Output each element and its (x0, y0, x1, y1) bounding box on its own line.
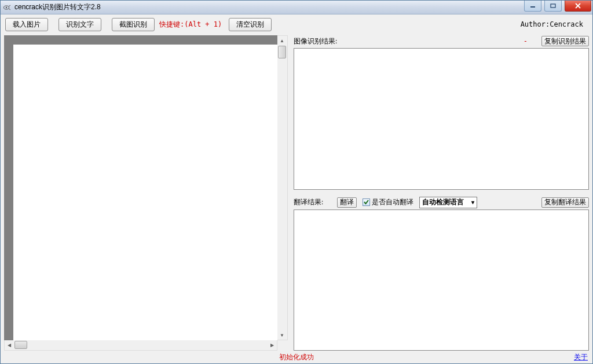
language-combobox[interactable]: 自动检测语言 ▾ (419, 197, 477, 208)
svg-rect-3 (551, 4, 555, 8)
image-panel: ▲ ▼ ◀ ▶ (4, 35, 288, 351)
svg-point-1 (6, 6, 7, 8)
screenshot-recognize-button[interactable]: 截图识别 (112, 18, 155, 31)
clear-recognition-button[interactable]: 清空识别 (229, 18, 272, 31)
translate-button[interactable]: 翻译 (337, 197, 357, 208)
recognition-header: 图像识别结果: - 复制识别结果 (294, 35, 589, 47)
author-label: Author:Cencrack (521, 20, 588, 28)
content-area: ▲ ▼ ◀ ▶ 图像识别结果: - 复制识别结果 (1, 32, 592, 351)
results-panel: 图像识别结果: - 复制识别结果 翻译结果: 翻译 是否自动翻译 自动检测语言 (288, 35, 589, 351)
copy-recognition-button[interactable]: 复制识别结果 (541, 36, 589, 46)
scroll-corner (277, 340, 288, 351)
scroll-right-icon[interactable]: ▶ (268, 340, 277, 350)
window-title: cencrack识别图片转文字2.8 (14, 2, 522, 12)
language-combobox-value: 自动检测语言 (422, 197, 470, 207)
translation-result-textarea[interactable] (294, 209, 589, 351)
app-icon (3, 3, 12, 12)
minimize-button[interactable] (524, 1, 541, 12)
vertical-scrollbar[interactable]: ▲ ▼ (277, 35, 288, 340)
close-button[interactable] (565, 1, 591, 12)
image-canvas-wrap (4, 35, 277, 340)
statusbar: 初始化成功 关于 (1, 351, 592, 363)
recognize-text-button[interactable]: 识别文字 (58, 18, 101, 31)
toolbar: 载入图片 识别文字 截图识别 快捷键:(Alt + 1) 清空识别 Author… (1, 14, 592, 32)
shortcut-hint: 快捷键:(Alt + 1) (159, 20, 222, 30)
scroll-down-icon[interactable]: ▼ (277, 330, 287, 340)
chevron-down-icon: ▾ (470, 199, 475, 205)
horizontal-scrollbar[interactable]: ◀ ▶ (4, 340, 277, 351)
checkmark-icon (363, 198, 370, 206)
scroll-left-icon[interactable]: ◀ (5, 340, 14, 350)
image-viewer: ▲ ▼ ◀ ▶ (4, 35, 288, 351)
auto-translate-checkbox[interactable]: 是否自动翻译 (363, 197, 413, 207)
status-message: 初始化成功 (279, 352, 314, 362)
recognition-title: 图像识别结果: (294, 36, 337, 46)
recognition-result-textarea[interactable] (294, 48, 589, 190)
window-controls (522, 1, 592, 14)
app-window: cencrack识别图片转文字2.8 载入图片 识别文字 截图识别 快捷键:(A… (0, 0, 593, 364)
vertical-scroll-thumb[interactable] (278, 46, 286, 58)
maximize-button[interactable] (544, 1, 562, 12)
translation-title: 翻译结果: (294, 197, 323, 207)
scroll-up-icon[interactable]: ▲ (277, 36, 287, 45)
copy-translation-button[interactable]: 复制翻译结果 (541, 197, 589, 208)
titlebar[interactable]: cencrack识别图片转文字2.8 (1, 1, 592, 14)
auto-translate-label: 是否自动翻译 (372, 197, 413, 207)
load-image-button[interactable]: 载入图片 (5, 18, 48, 31)
horizontal-scroll-thumb[interactable] (14, 341, 27, 349)
about-link[interactable]: 关于 (574, 352, 588, 362)
translation-header: 翻译结果: 翻译 是否自动翻译 自动检测语言 ▾ 复制翻译结果 (294, 197, 589, 208)
recognition-status: - (524, 37, 528, 45)
image-canvas[interactable] (5, 36, 277, 340)
